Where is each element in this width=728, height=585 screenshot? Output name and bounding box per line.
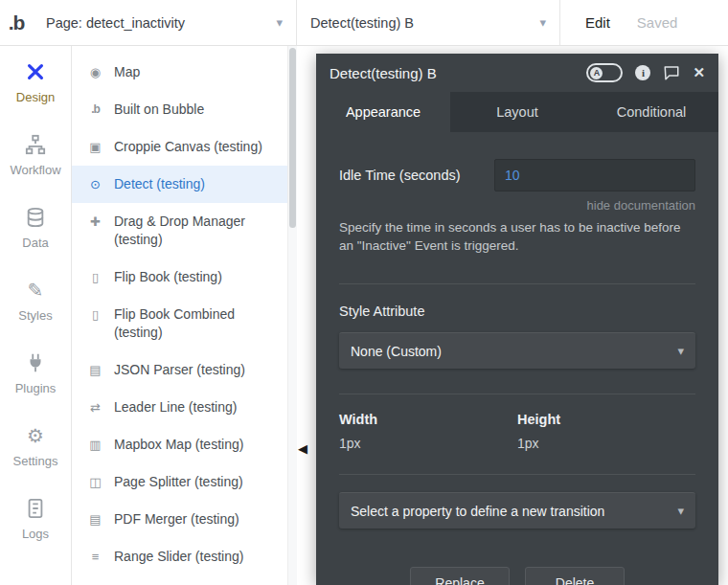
list-item-leader-line[interactable]: ⇄ Leader Line (testing) (72, 389, 296, 426)
style-attribute-dropdown[interactable]: None (Custom) ▾ (339, 332, 695, 369)
map-pin-icon: ◉ (87, 63, 103, 81)
page-selector-dropdown[interactable]: Page: detect_inactivity ▾ (33, 0, 297, 45)
chevron-down-icon: ▾ (677, 504, 684, 518)
document-icon: ▤ (87, 510, 103, 529)
delete-button[interactable]: Delete (525, 567, 625, 585)
list-item-croppie-canvas[interactable]: ▣ Croppie Canvas (testing) (72, 128, 296, 166)
list-item-mapbox-map[interactable]: ▥ Mapbox Map (testing) (72, 426, 296, 463)
property-editor-panel: Detect(testing) B A i ✕ Appearance Layou… (316, 54, 718, 585)
image-icon: ▣ (87, 138, 103, 156)
tab-layout[interactable]: Layout (450, 92, 584, 132)
element-selector-dropdown[interactable]: Detect(testing) B ▾ (297, 0, 560, 45)
scrollbar-thumb[interactable] (289, 48, 296, 228)
list-item-page-splitter[interactable]: ◫ Page Splitter (testing) (72, 463, 296, 501)
move-icon: ✚ (87, 213, 103, 231)
list-item-label: Mapbox Map (testing) (114, 436, 243, 454)
bubble-logo-icon: .b (87, 101, 103, 119)
section-divider (339, 474, 695, 475)
sidebar-item-label: Design (16, 90, 55, 104)
list-item-label: Built on Bubble (114, 101, 204, 119)
workflow-icon (24, 133, 47, 156)
saved-status: Saved (637, 14, 678, 31)
list-item-flip-book-combined[interactable]: ▯ Flip Book Combined (testing) (72, 296, 296, 351)
sidebar-item-label: Workflow (10, 163, 60, 177)
paintbrush-icon: ✎ (24, 279, 47, 302)
replace-button[interactable]: Replace (410, 567, 510, 585)
sidebar-item-logs[interactable]: Logs (0, 483, 71, 555)
height-value: 1px (517, 436, 695, 451)
list-item-map[interactable]: ◉ Map (72, 54, 296, 91)
sidebar-item-label: Styles (18, 308, 52, 323)
list-item-range-slider[interactable]: ≡ Range Slider (testing) (72, 538, 296, 575)
arrows-icon: ⇄ (87, 398, 103, 416)
list-item-request[interactable]: ⚡ Request (testing) (72, 575, 296, 585)
page-selector-value: Page: detect_inactivity (46, 15, 185, 31)
visibility-toggle[interactable]: A (586, 63, 623, 82)
element-list-scrollbar (287, 46, 297, 585)
element-selector-value: Detect(testing) B (310, 15, 414, 31)
list-item-label: Flip Book (testing) (114, 268, 222, 286)
grid-icon: ▥ (87, 436, 103, 454)
list-item-label: Map (114, 63, 140, 81)
idle-time-label: Idle Time (seconds) (339, 168, 461, 183)
list-item-detect[interactable]: ⊙ Detect (testing) (72, 166, 296, 203)
split-icon: ◫ (87, 473, 103, 491)
book-icon: ▯ (87, 268, 103, 286)
tab-conditional[interactable]: Conditional (584, 92, 718, 132)
slider-icon: ≡ (87, 548, 103, 566)
list-item-label: JSON Parser (testing) (114, 361, 245, 379)
main-sidebar: Design Workflow Data ✎ Styles Plugins ⚙ … (0, 46, 72, 585)
sidebar-item-data[interactable]: Data (0, 191, 71, 264)
panel-collapse-handle[interactable]: ◀ (298, 441, 307, 456)
sidebar-item-workflow[interactable]: Workflow (0, 119, 71, 191)
sidebar-item-label: Settings (13, 454, 58, 468)
property-editor-tabs: Appearance Layout Conditional (316, 92, 718, 132)
style-attribute-value: None (Custom) (351, 344, 442, 359)
height-label: Height (517, 412, 695, 427)
sidebar-item-label: Logs (22, 527, 49, 541)
list-item-drag-drop-manager[interactable]: ✚ Drag & Drop Manager (testing) (72, 203, 296, 259)
transition-property-dropdown[interactable]: Select a property to define a new transi… (339, 492, 695, 529)
plug-icon (24, 351, 47, 374)
list-item-label: PDF Merger (testing) (114, 510, 239, 529)
chevron-down-icon: ▾ (276, 15, 283, 30)
sidebar-item-label: Plugins (15, 381, 57, 395)
bubble-logo[interactable]: .b (0, 0, 33, 45)
section-divider (339, 394, 695, 394)
sidebar-item-label: Data (22, 236, 48, 250)
edit-mode-button[interactable]: Edit (585, 14, 610, 31)
section-divider (339, 283, 695, 284)
width-value: 1px (339, 436, 517, 451)
document-icon (24, 497, 47, 520)
list-item-label: Croppie Canvas (testing) (114, 138, 262, 156)
list-item-label: Page Splitter (testing) (114, 473, 243, 491)
info-icon[interactable]: i (635, 65, 650, 80)
sidebar-item-styles[interactable]: ✎ Styles (0, 264, 71, 337)
tab-appearance[interactable]: Appearance (316, 92, 450, 132)
list-item-label: Drag & Drop Manager (testing) (114, 213, 283, 249)
property-editor-title: Detect(testing) B (330, 65, 586, 81)
hide-documentation-link[interactable]: hide documentation (339, 198, 695, 213)
gear-icon: ⚙ (24, 424, 47, 447)
list-item-built-on-bubble[interactable]: .b Built on Bubble (72, 91, 296, 128)
list-item-flip-book[interactable]: ▯ Flip Book (testing) (72, 259, 296, 296)
list-item-label: Detect (testing) (114, 175, 205, 193)
comment-icon[interactable] (663, 64, 680, 81)
list-item-pdf-merger[interactable]: ▤ PDF Merger (testing) (72, 501, 296, 538)
sidebar-item-design[interactable]: Design (0, 46, 71, 119)
close-icon[interactable]: ✕ (693, 64, 705, 81)
element-list: ◉ Map .b Built on Bubble ▣ Croppie Canva… (72, 46, 297, 585)
database-icon (24, 206, 47, 229)
sidebar-item-settings[interactable]: ⚙ Settings (0, 410, 71, 483)
style-attribute-label: Style Attribute (339, 304, 695, 319)
sidebar-item-plugins[interactable]: Plugins (0, 337, 71, 410)
design-icon (24, 60, 47, 83)
list-item-json-parser[interactable]: ▤ JSON Parser (testing) (72, 351, 296, 389)
idle-time-input[interactable] (494, 159, 695, 191)
list-item-label: Flip Book Combined (testing) (114, 305, 283, 342)
list-item-label: Range Slider (testing) (114, 548, 243, 566)
list-item-label: Leader Line (testing) (114, 398, 237, 416)
topbar-right: Edit Saved (585, 0, 677, 45)
chevron-down-icon: ▾ (677, 344, 684, 358)
visibility-toggle-letter: A (590, 67, 603, 79)
